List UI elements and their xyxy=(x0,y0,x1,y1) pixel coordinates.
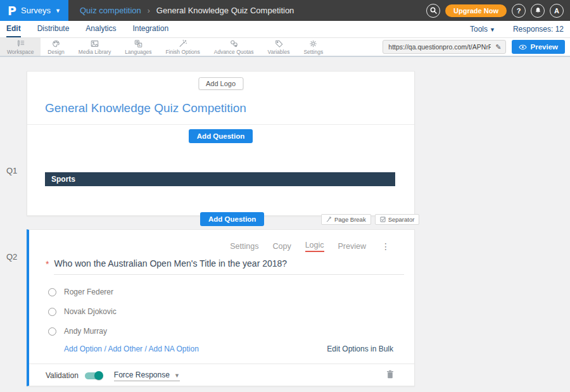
questionpro-logo: P xyxy=(8,4,16,18)
tool-design[interactable]: Design xyxy=(41,38,71,56)
translate-icon: A xyxy=(134,39,143,48)
surveys-menu[interactable]: P Surveys ▼ xyxy=(0,0,68,21)
nav-bar: Edit Distribute Analytics Integration To… xyxy=(0,21,570,38)
search-button[interactable] xyxy=(426,4,440,18)
palette-icon xyxy=(51,39,61,48)
required-asterisk: * xyxy=(46,259,49,269)
radio-button-icon[interactable] xyxy=(48,288,56,296)
tools-dropdown[interactable]: Tools▼ xyxy=(470,25,495,34)
add-logo-button[interactable]: Add Logo xyxy=(198,77,243,90)
tab-distribute[interactable]: Distribute xyxy=(37,21,70,37)
separator-checkbox-icon xyxy=(380,217,386,222)
question-action-menu: Settings Copy Logic Preview ⋮ xyxy=(29,230,414,252)
add-question-button-middle[interactable]: Add Question xyxy=(200,212,264,226)
question-number-q2: Q2 xyxy=(6,252,17,262)
question-settings-link[interactable]: Settings xyxy=(230,242,258,251)
eye-icon xyxy=(519,44,527,50)
question-card-q2: Settings Copy Logic Preview ⋮ * Who won … xyxy=(27,229,415,386)
top-bar: P Surveys ▼ Quiz competition › General K… xyxy=(0,0,570,21)
responses-count[interactable]: Responses: 12 xyxy=(513,25,564,34)
tool-settings[interactable]: Settings xyxy=(296,38,330,56)
validation-toggle[interactable] xyxy=(85,372,102,379)
edit-toolbar: Workspace Design Media Library A Languag… xyxy=(0,38,570,57)
workspace-icon xyxy=(16,39,25,48)
breadcrumb: Quiz competition › General Knowledge Qui… xyxy=(80,6,294,15)
tool-variables[interactable]: Variables xyxy=(261,38,297,56)
wand-icon xyxy=(178,39,187,48)
page-break-icon xyxy=(326,217,332,222)
gear-icon xyxy=(308,39,318,48)
image-icon xyxy=(90,39,99,48)
upgrade-now-button[interactable]: Upgrade Now xyxy=(445,4,507,17)
tool-languages[interactable]: A Languages xyxy=(118,38,158,56)
divider xyxy=(27,124,414,125)
tool-advance-quotas[interactable]: Advance Quotas xyxy=(207,38,261,56)
q1-section-header[interactable]: Sports xyxy=(45,172,395,186)
tab-analytics[interactable]: Analytics xyxy=(86,21,116,37)
trash-icon xyxy=(386,370,394,379)
validation-label: Validation xyxy=(46,371,79,380)
answer-options-list: Roger Federer Novak Djokovic Andy Murray xyxy=(48,288,414,336)
page-break-button[interactable]: Page Break xyxy=(321,214,371,225)
add-option-link[interactable]: Add Option xyxy=(64,345,102,353)
preview-button[interactable]: Preview xyxy=(512,40,565,54)
toggle-knob xyxy=(94,371,103,380)
add-question-button-top[interactable]: Add Question xyxy=(189,129,253,143)
kebab-menu-icon[interactable]: ⋮ xyxy=(381,243,390,250)
help-button[interactable]: ? xyxy=(512,4,526,18)
tab-integration[interactable]: Integration xyxy=(132,21,168,37)
survey-url-field[interactable]: https://qa.questionpro.com/t/APNrFZe5 ✎ xyxy=(383,40,505,54)
question-preview-link[interactable]: Preview xyxy=(338,242,366,251)
survey-url-text: https://qa.questionpro.com/t/APNrFZe5 xyxy=(388,43,491,51)
breadcrumb-separator: › xyxy=(148,6,150,15)
tag-icon xyxy=(274,39,284,48)
radio-button-icon[interactable] xyxy=(48,308,56,316)
delete-question-button[interactable] xyxy=(386,370,394,381)
notifications-button[interactable] xyxy=(531,4,545,18)
question-text-input[interactable]: Who won the Australian Open Men's Title … xyxy=(54,258,404,275)
option-row[interactable]: Andy Murray xyxy=(48,327,414,336)
tool-workspace[interactable]: Workspace xyxy=(0,38,41,56)
add-na-option-link[interactable]: Add NA Option xyxy=(148,345,198,353)
tab-edit[interactable]: Edit xyxy=(6,21,21,37)
chevron-down-icon: ▼ xyxy=(55,8,61,14)
question-copy-link[interactable]: Copy xyxy=(272,242,291,251)
survey-header-card: Add Logo General Knowledge Quiz Competit… xyxy=(27,71,415,216)
surveys-menu-label: Surveys xyxy=(21,6,51,15)
breadcrumb-current: General Knowledge Quiz Competition xyxy=(156,6,294,15)
breadcrumb-parent[interactable]: Quiz competition xyxy=(80,6,141,15)
question-number-q1: Q1 xyxy=(6,166,17,175)
add-option-links: Add Option / Add Other / Add NA Option xyxy=(64,345,199,353)
question-logic-link[interactable]: Logic xyxy=(305,241,324,252)
validation-type-dropdown[interactable]: Force Response▼ xyxy=(114,370,180,381)
svg-text:A: A xyxy=(139,44,141,47)
bell-icon xyxy=(535,7,542,14)
edit-url-pencil-icon[interactable]: ✎ xyxy=(495,43,501,51)
radio-button-icon[interactable] xyxy=(48,327,56,336)
survey-editor-canvas: Q1 Q2 Add Logo General Knowledge Quiz Co… xyxy=(0,57,570,392)
chevron-down-icon: ▼ xyxy=(490,27,495,33)
survey-title[interactable]: General Knowledge Quiz Competition xyxy=(45,101,414,116)
add-other-link[interactable]: Add Other xyxy=(108,345,142,353)
avatar[interactable]: A xyxy=(550,4,564,18)
tool-finish-options[interactable]: Finish Options xyxy=(158,38,206,56)
search-icon xyxy=(430,7,437,14)
chain-links-icon xyxy=(229,39,239,48)
chevron-down-icon: ▼ xyxy=(174,372,180,379)
option-row[interactable]: Roger Federer xyxy=(48,288,414,296)
edit-options-in-bulk-link[interactable]: Edit Options in Bulk xyxy=(327,345,393,353)
option-row[interactable]: Novak Djokovic xyxy=(48,307,414,316)
tool-media-library[interactable]: Media Library xyxy=(72,38,118,56)
separator-button[interactable]: Separator xyxy=(375,214,420,225)
preview-button-label: Preview xyxy=(531,43,558,51)
